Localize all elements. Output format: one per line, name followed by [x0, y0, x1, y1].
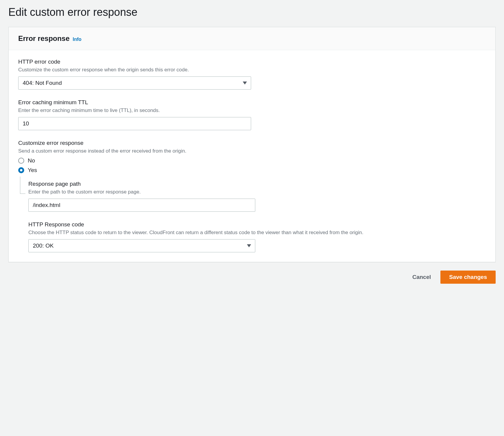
footer-actions: Cancel Save changes: [8, 262, 496, 287]
response-path-label: Response page path: [28, 181, 486, 187]
info-link[interactable]: Info: [73, 37, 82, 42]
radio-unchecked-icon: [18, 158, 24, 164]
field-http-response-code: HTTP Response code Choose the HTTP statu…: [28, 221, 486, 252]
panel-header: Error response Info: [9, 27, 495, 50]
http-response-code-select[interactable]: 200: OK: [28, 239, 255, 252]
save-button[interactable]: Save changes: [440, 271, 496, 284]
radio-checked-icon: [18, 167, 24, 173]
http-response-code-value: 200: OK: [33, 242, 54, 249]
error-ttl-label: Error caching minimum TTL: [18, 99, 486, 106]
response-path-hint: Enter the path to the custom error respo…: [28, 188, 486, 196]
error-response-panel: Error response Info HTTP error code Cust…: [8, 27, 496, 262]
customize-radio-yes[interactable]: Yes: [18, 167, 486, 174]
customize-label: Customize error response: [18, 140, 486, 146]
field-response-page-path: Response page path Enter the path to the…: [28, 181, 486, 212]
panel-body: HTTP error code Customize the custom err…: [9, 50, 495, 262]
http-error-code-value: 404: Not Found: [23, 80, 62, 86]
error-ttl-hint: Enter the error caching minimum time to …: [18, 107, 486, 114]
http-error-code-label: HTTP error code: [18, 59, 486, 65]
error-ttl-input[interactable]: [18, 117, 251, 130]
customize-radio-no[interactable]: No: [18, 157, 486, 164]
customize-radio-yes-label: Yes: [28, 167, 37, 174]
response-code-label: HTTP Response code: [28, 221, 486, 228]
response-page-path-input[interactable]: [28, 199, 255, 212]
customize-radio-group: No Yes: [18, 157, 486, 174]
response-code-hint: Choose the HTTP status code to return to…: [28, 229, 486, 236]
customize-subfields: Response page path Enter the path to the…: [20, 176, 486, 252]
customize-hint: Send a custom error response instead of …: [18, 148, 486, 155]
page-title: Edit custom error response: [8, 6, 496, 19]
cancel-button[interactable]: Cancel: [410, 271, 433, 283]
field-customize-error-response: Customize error response Send a custom e…: [18, 140, 486, 252]
http-error-code-hint: Customize the custom error response when…: [18, 66, 486, 73]
panel-title: Error response: [18, 34, 70, 42]
field-http-error-code: HTTP error code Customize the custom err…: [18, 59, 486, 90]
http-error-code-select[interactable]: 404: Not Found: [18, 76, 251, 90]
field-error-ttl: Error caching minimum TTL Enter the erro…: [18, 99, 486, 130]
customize-radio-no-label: No: [28, 157, 35, 164]
indent-line-icon: [20, 176, 25, 194]
